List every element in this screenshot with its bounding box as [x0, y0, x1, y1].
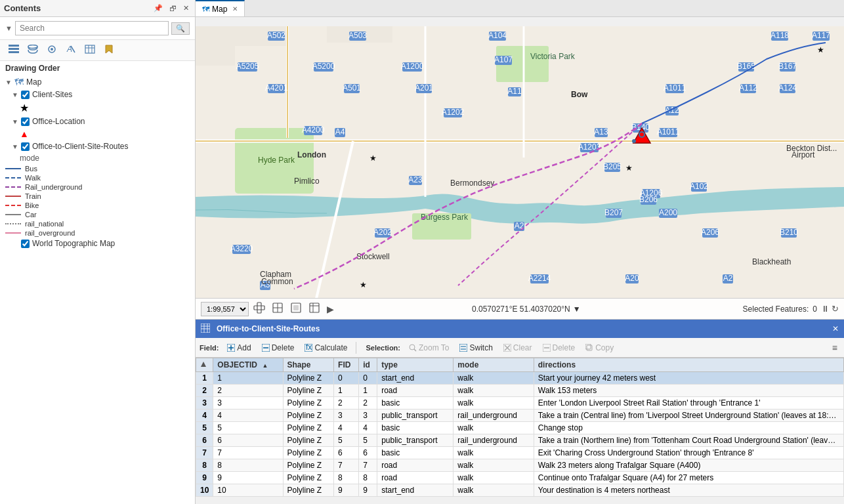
search-input[interactable]	[15, 21, 169, 35]
cell-id: 1	[359, 385, 377, 397]
map-tool-select[interactable]	[288, 301, 304, 316]
map-tab-close-button[interactable]: ✕	[232, 5, 238, 12]
table-row[interactable]: 8 8 Polyline Z 7 7 road walk Walk 23 met…	[196, 459, 844, 472]
symbology-button[interactable]	[43, 43, 60, 58]
list-view-button[interactable]	[5, 43, 22, 58]
col-header-directions[interactable]: directions	[534, 358, 843, 372]
tree-item-client-sites[interactable]: ▼ Client-Sites	[0, 89, 195, 100]
sort-asc-icon: ▲	[262, 362, 268, 369]
attribute-table-container: Office-to-Client-Site-Routes ✕ Field: Ad…	[196, 319, 844, 504]
pause-button[interactable]: ⏸	[821, 304, 830, 314]
table-row[interactable]: 2 2 Polyline Z 1 1 road walk Walk 153 me…	[196, 385, 844, 397]
map-tab[interactable]: 🗺 Map ✕	[196, 0, 245, 16]
table-row[interactable]: 7 7 Polyline Z 6 6 basic walk Exit 'Char…	[196, 447, 844, 459]
table-row[interactable]: 10 10 Polyline Z 9 9 start_end walk Your…	[196, 484, 844, 497]
client-sites-expand-icon[interactable]: ▼	[12, 91, 18, 98]
delete-sel-button[interactable]: Delete	[538, 341, 580, 354]
label-button[interactable]: A	[62, 43, 79, 58]
svg-rect-154	[459, 344, 467, 352]
client-sites-checkbox[interactable]	[21, 91, 30, 99]
selected-features-label: Selected Features:	[743, 304, 809, 314]
table-row[interactable]: 9 9 Polyline Z 8 8 road walk Continue on…	[196, 472, 844, 484]
cell-objectid: 3	[213, 397, 283, 410]
svg-text:A20: A20	[625, 274, 639, 283]
map-tool-edit[interactable]	[270, 301, 285, 316]
svg-text:A202: A202	[373, 228, 392, 237]
database-view-button[interactable]	[24, 43, 41, 58]
delete-field-button[interactable]: Delete	[257, 341, 299, 354]
scale-select[interactable]: 1:99,557	[201, 302, 249, 316]
zoom-to-button[interactable]: Zoom To	[404, 341, 454, 354]
selection-label: Selection:	[366, 344, 400, 352]
walk-label: Walk	[25, 174, 41, 182]
tree-item-routes[interactable]: ▼ Office-to-Client-Site-Routes	[0, 140, 195, 152]
tree-item-world-topo[interactable]: World Topographic Map	[0, 238, 195, 249]
bike-label: Bike	[25, 201, 39, 209]
svg-text:Victoria Park: Victoria Park	[530, 52, 576, 61]
svg-rect-17	[196, 26, 235, 66]
cell-shape: Polyline Z	[283, 385, 334, 397]
bookmark-button[interactable]	[100, 43, 117, 58]
calculate-field-button[interactable]: fx Calculate	[300, 341, 352, 354]
cell-shape: Polyline Z	[283, 484, 334, 497]
col-header-fid[interactable]: FID	[334, 358, 359, 372]
svg-text:★: ★	[625, 163, 633, 173]
search-button[interactable]: 🔍	[171, 22, 190, 35]
world-topo-checkbox[interactable]	[21, 240, 30, 248]
table-menu-button[interactable]: ≡	[830, 341, 840, 354]
map-tool-arrow[interactable]: ▶	[325, 303, 336, 315]
routes-label: Office-to-Client-Site-Routes	[32, 142, 129, 151]
search-bar: ▼ 🔍	[0, 17, 195, 40]
cell-objectid: 6	[213, 434, 283, 447]
col-header-shape[interactable]: Shape	[283, 358, 334, 372]
clear-label: Clear	[513, 343, 532, 352]
refresh-button[interactable]: ↻	[832, 304, 839, 314]
svg-point-5	[51, 48, 53, 51]
clear-button[interactable]: Clear	[499, 341, 537, 354]
table-wrapper[interactable]: OBJECTID ▲ Shape FID id type mode direct…	[196, 358, 844, 504]
right-panel: 🗺 Map ✕ Hyde Park	[196, 0, 844, 504]
cell-objectid: 5	[213, 422, 283, 434]
table-row[interactable]: 5 5 Polyline Z 4 4 basic walk Change sto…	[196, 422, 844, 434]
svg-text:A118: A118	[770, 31, 789, 40]
col-header-type[interactable]: type	[377, 358, 454, 372]
cell-type: basic	[377, 397, 454, 410]
cell-mode: walk	[454, 372, 534, 385]
map-area[interactable]: Hyde Park	[196, 17, 844, 319]
pin-button[interactable]: 📌	[152, 3, 165, 13]
col-header-objectid[interactable]: OBJECTID ▲	[213, 358, 283, 372]
table-row[interactable]: 4 4 Polyline Z 3 3 public_transport rail…	[196, 410, 844, 422]
row-number: 8	[196, 459, 213, 472]
routes-expand-icon[interactable]: ▼	[12, 143, 18, 150]
map-tool-navigate[interactable]	[251, 301, 267, 316]
cell-id: 2	[359, 397, 377, 410]
table-row[interactable]: 1 1 Polyline Z 0 0 start_end walk Start …	[196, 372, 844, 385]
row-number: 10	[196, 484, 213, 497]
copy-button[interactable]: Copy	[581, 341, 618, 354]
switch-button[interactable]: Switch	[455, 341, 497, 354]
office-location-label: Office-Location	[32, 117, 85, 126]
cell-directions: Change stop	[534, 422, 843, 434]
float-button[interactable]: 🗗	[167, 3, 179, 13]
routes-checkbox[interactable]	[21, 142, 30, 151]
table-button[interactable]	[81, 43, 98, 58]
col-header-sort[interactable]	[196, 358, 213, 372]
office-location-checkbox[interactable]	[21, 117, 30, 126]
bus-line-symbol	[5, 168, 21, 169]
col-header-id[interactable]: id	[359, 358, 377, 372]
cell-type: public_transport	[377, 410, 454, 422]
svg-text:A503: A503	[348, 31, 367, 40]
table-row[interactable]: 6 6 Polyline Z 5 5 public_transport rail…	[196, 434, 844, 447]
add-field-button[interactable]: Add	[222, 341, 255, 354]
map-expand-icon[interactable]: ▼	[5, 79, 12, 86]
col-header-mode[interactable]: mode	[454, 358, 534, 372]
attr-table-close-button[interactable]: ✕	[832, 324, 839, 333]
map-tool-table[interactable]	[306, 301, 322, 316]
tree-item-office-location[interactable]: ▼ Office-Location	[0, 116, 195, 127]
legend-bus: Bus	[0, 164, 195, 173]
tree-item-map[interactable]: ▼ 🗺 Map	[0, 75, 195, 89]
close-panel-button[interactable]: ✕	[181, 3, 191, 13]
coords-dropdown[interactable]: ▼	[573, 304, 581, 314]
office-location-expand-icon[interactable]: ▼	[12, 118, 18, 125]
table-row[interactable]: 3 3 Polyline Z 2 2 basic walk Enter 'Lon…	[196, 397, 844, 410]
